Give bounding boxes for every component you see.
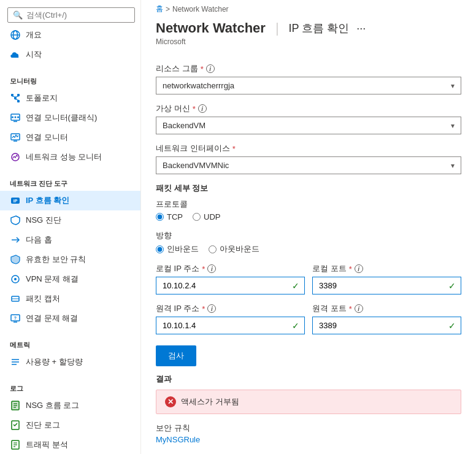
protocol-radio-group: TCP UDP [156, 212, 461, 221]
search-box[interactable]: 🔍 [7, 7, 135, 23]
radio-udp[interactable]: UDP [193, 212, 220, 221]
remote-port-input[interactable] [313, 317, 443, 334]
remote-ip-input[interactable] [156, 317, 287, 334]
sidebar-item-nsg-diag[interactable]: NSG 진단 [0, 210, 140, 230]
local-port-field: 로컬 포트 * i ✓ [312, 263, 461, 294]
cloud-icon [10, 49, 21, 60]
remote-ip-label: 원격 IP 주소 * i [156, 303, 305, 314]
sidebar-item-net-perf[interactable]: 네트워크 성능 모니터 [0, 147, 140, 167]
svg-text:?: ? [14, 316, 17, 320]
required-marker-nic: * [232, 144, 236, 153]
radio-udp-input[interactable] [193, 213, 201, 221]
search-input[interactable] [26, 10, 129, 20]
local-ip-info-icon[interactable]: i [207, 264, 216, 273]
check-icon-lip: ✓ [287, 281, 304, 291]
nexthop-icon [10, 234, 21, 245]
secrules-icon [10, 254, 21, 265]
local-row: 로컬 IP 주소 * i ✓ 로컬 포트 * i ✓ [156, 263, 461, 303]
sidebar-item-sec-rules[interactable]: 유효한 보안 규칙 [0, 250, 140, 269]
sidebar-item-vpn-label: VPN 문제 해결 [26, 274, 79, 285]
local-port-input[interactable] [313, 277, 443, 294]
remote-port-input-wrapper: ✓ [312, 317, 461, 334]
sidebar-item-usage[interactable]: 사용량 + 할당량 [0, 352, 140, 372]
nsg-log-icon [10, 400, 21, 411]
sidebar-item-conn-trouble-label: 연결 문제 해결 [26, 313, 78, 324]
radio-inbound-input[interactable] [156, 245, 164, 253]
remote-port-label: 원격 포트 * i [312, 303, 461, 314]
local-ip-input[interactable] [156, 277, 287, 294]
form-content: 리소스 그룹 * i networkwatcherrrgja ▾ 가상 머신 *… [141, 58, 476, 454]
direction-label: 방향 [156, 230, 461, 241]
vm-info-icon[interactable]: i [198, 104, 207, 113]
svg-point-14 [17, 117, 19, 118]
radio-tcp[interactable]: TCP [156, 212, 183, 221]
error-icon: ✕ [165, 396, 176, 407]
protocol-field: 프로토콜 TCP UDP [156, 199, 461, 221]
radio-inbound[interactable]: 인바운드 [156, 244, 199, 255]
check-icon-rip: ✓ [287, 321, 304, 331]
result-error-box: ✕ 액세스가 거부됨 [156, 390, 461, 414]
sidebar-item-net-perf-label: 네트워크 성능 모니터 [26, 152, 102, 163]
result-section: 결과 ✕ 액세스가 거부됨 [156, 374, 461, 414]
resource-group-info-icon[interactable]: i [206, 64, 215, 73]
radio-outbound[interactable]: 아웃바운드 [209, 244, 259, 255]
sidebar-item-conn-trouble[interactable]: ? 연결 문제 해결 [0, 309, 140, 328]
radio-tcp-label: TCP [167, 212, 183, 221]
svg-rect-4 [14, 97, 17, 99]
sidebar-item-start-label: 시작 [26, 49, 42, 60]
radio-tcp-input[interactable] [156, 213, 164, 221]
resource-group-dropdown[interactable]: networkwatcherrrgja ▾ [156, 77, 461, 94]
section-metrics: 메트릭 [0, 333, 140, 352]
usage-icon [10, 356, 21, 367]
page-subtitle-title: IP 흐름 확인 [289, 21, 350, 36]
page-microsoft: Microsoft [141, 37, 476, 53]
breadcrumb-home[interactable]: 홈 [156, 4, 163, 14]
sidebar-item-nexthop[interactable]: 다음 홉 [0, 230, 140, 250]
remote-ip-input-wrapper: ✓ [156, 317, 305, 334]
sidebar-item-nsg-log[interactable]: NSG 흐름 로그 [0, 396, 140, 415]
sidebar-item-conn-classic[interactable]: 연결 모니터(클래식) [0, 108, 140, 128]
security-rule-label: 보안 규칙 [156, 423, 461, 434]
section-monitoring: 모니터링 [0, 69, 140, 88]
sidebar-item-nexthop-label: 다음 홉 [26, 234, 52, 245]
sidebar-item-usage-label: 사용량 + 할당량 [26, 356, 83, 367]
vm-label: 가상 머신 * i [156, 103, 461, 114]
check-button[interactable]: 검사 [156, 345, 196, 366]
svg-line-9 [15, 99, 18, 100]
sidebar-item-sec-rules-label: 유효한 보안 규칙 [26, 254, 86, 265]
svg-rect-6 [17, 100, 20, 102]
remote-port-info-icon[interactable]: i [355, 304, 363, 313]
local-ip-field: 로컬 IP 주소 * i ✓ [156, 263, 305, 294]
local-port-input-wrapper: ✓ [312, 277, 461, 294]
vm-dropdown[interactable]: BackendVM ▾ [156, 117, 461, 134]
sidebar-item-start[interactable]: 시작 [0, 45, 140, 64]
sidebar-item-topology-label: 토폴로지 [26, 93, 58, 104]
sidebar-item-packet-label: 패킷 캡처 [26, 293, 60, 304]
sidebar-item-ip-flow[interactable]: IP IP 흐름 확인 [0, 191, 140, 210]
local-ip-input-wrapper: ✓ [156, 277, 305, 294]
result-label: 결과 [156, 374, 461, 385]
nic-value: BackendVMVMNic [163, 161, 229, 170]
required-marker: * [201, 64, 204, 74]
sidebar-item-traffic[interactable]: 트래픽 분석 [0, 435, 140, 454]
sidebar-item-topology[interactable]: 토폴로지 [0, 88, 140, 108]
sidebar-item-diag-log[interactable]: 진단 로그 [0, 415, 140, 435]
direction-radio-group: 인바운드 아웃바운드 [156, 244, 461, 255]
sidebar-item-conn-monitor[interactable]: 연결 모니터 [0, 128, 140, 147]
nic-label: 네트워크 인터페이스 * [156, 143, 461, 154]
sidebar-item-vpn[interactable]: VPN 문제 해결 [0, 269, 140, 289]
conn-trouble-icon: ? [10, 313, 21, 324]
sidebar-item-packet[interactable]: 패킷 캡처 [0, 289, 140, 309]
remote-port-field: 원격 포트 * i ✓ [312, 303, 461, 334]
direction-field: 방향 인바운드 아웃바운드 [156, 230, 461, 255]
nic-dropdown[interactable]: BackendVMVMNic ▾ [156, 156, 461, 174]
radio-outbound-input[interactable] [209, 245, 217, 253]
result-error-text: 액세스가 거부됨 [181, 396, 239, 407]
required-marker-rport: * [349, 304, 352, 314]
more-icon[interactable]: ··· [356, 22, 366, 35]
remote-ip-info-icon[interactable]: i [207, 304, 216, 313]
sidebar-item-overview[interactable]: 개요 [0, 25, 140, 45]
security-rule-value[interactable]: MyNSGRule [156, 435, 200, 444]
local-port-info-icon[interactable]: i [355, 264, 363, 273]
ip-icon: IP [10, 195, 21, 206]
